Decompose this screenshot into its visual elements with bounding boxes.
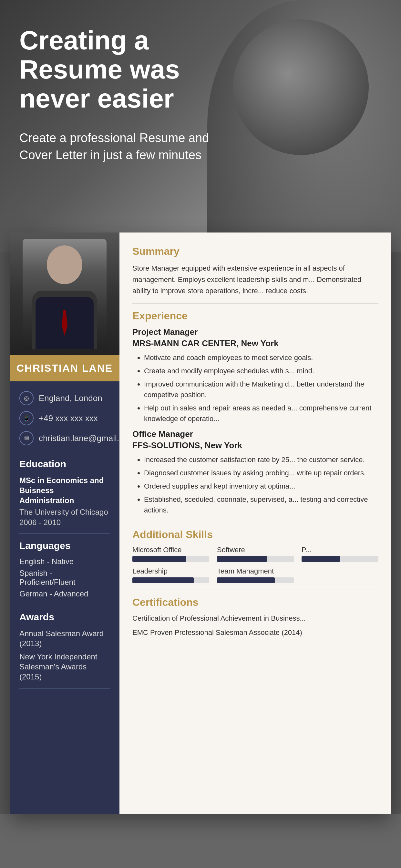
bottom-area <box>0 814 401 868</box>
award-1: Annual Salesman Award (2013) <box>19 628 110 648</box>
divider-2 <box>19 533 110 534</box>
skill-3: P... <box>302 546 378 562</box>
resume-preview: CHRISTIAN LANE ◎ England, London 📱 +49 x… <box>10 232 391 814</box>
skill-4-bar-fill <box>132 578 194 583</box>
job-2-title: Office Manager <box>132 429 378 439</box>
phone-icon: 📱 <box>19 411 34 425</box>
skill-3-label: P... <box>302 546 378 554</box>
contact-location: ◎ England, London <box>19 391 110 405</box>
bullet-item: Ordered supplies and kept inventory at o… <box>144 481 378 492</box>
skill-3-bar-fill <box>302 556 340 562</box>
edu-years: 2006 - 2010 <box>19 518 110 527</box>
certifications-heading: Certifications <box>132 596 378 609</box>
job-2: Office Manager FFS-SOLUTIONS, New York I… <box>132 429 378 516</box>
skill-5: Team Managment <box>217 567 294 583</box>
summary-text: Store Manager equipped with extensive ex… <box>132 262 378 297</box>
summary-section: Summary Store Manager equipped with exte… <box>132 245 378 297</box>
experience-heading: Experience <box>132 310 378 322</box>
photo-tie <box>62 310 67 336</box>
skill-2: Softwere <box>217 546 294 562</box>
skills-section: Additional Skills Microsoft Office Softw… <box>132 529 378 583</box>
certifications-section: Certifications Certification of Professi… <box>132 596 378 638</box>
skill-1-label: Microsoft Office <box>132 546 209 554</box>
resume-name: CHRISTIAN LANE <box>17 362 113 374</box>
summary-heading: Summary <box>132 245 378 257</box>
phone-text: +49 xxx xxx xxx <box>39 413 98 423</box>
contact-email: ✉ christian.lane@gmail.com <box>19 431 110 445</box>
name-bar: CHRISTIAN LANE <box>10 355 120 381</box>
skill-5-bar-bg <box>217 578 294 583</box>
skill-4-label: Leadership <box>132 567 209 576</box>
photo-silhouette <box>23 239 106 349</box>
location-icon: ◎ <box>19 391 34 405</box>
skill-2-label: Softwere <box>217 546 294 554</box>
job-2-company: FFS-SOLUTIONS, New York <box>132 440 378 451</box>
skill-3-bar-bg <box>302 556 378 562</box>
bullet-item: Create and modify employee schedules wit… <box>144 366 378 376</box>
photo-body <box>32 290 97 349</box>
education-section: Education MSc in Economics and Buisness … <box>19 459 110 527</box>
cert-2: EMC Proven Professional Salesman Associa… <box>132 628 378 638</box>
bullet-item: Established, sceduled, coorinate, superv… <box>144 494 378 516</box>
hero-section: Creating a Resume was never easier Creat… <box>0 0 401 252</box>
right-divider-1 <box>132 303 378 304</box>
skill-1-bar-fill <box>132 556 186 562</box>
hero-title: Creating a Resume was never easier <box>19 26 252 113</box>
skill-5-label: Team Managment <box>217 567 294 576</box>
experience-section: Experience Project Manager MRS-MANN CAR … <box>132 310 378 516</box>
divider-3 <box>19 605 110 605</box>
job-1-title: Project Manager <box>132 327 378 337</box>
job-1: Project Manager MRS-MANN CAR CENTER, New… <box>132 327 378 424</box>
bullet-item: Help out in sales and repair areas as ne… <box>144 403 378 424</box>
skill-5-bar-fill <box>217 578 275 583</box>
hero-subtitle: Create a professional Resume and Cover L… <box>19 129 239 164</box>
languages-section: Languages English - Native Spanish - Pro… <box>19 540 110 598</box>
location-text: England, London <box>39 393 102 403</box>
hero-building-circle <box>233 20 369 155</box>
lang-german: German - Advanced <box>19 589 110 598</box>
awards-heading: Awards <box>19 612 110 623</box>
lang-spanish: Spanish - Proficient/Fluent <box>19 569 110 587</box>
bullet-item: Improved communication with the Marketin… <box>144 379 378 400</box>
photo-head <box>47 245 82 284</box>
job-2-bullets: Increased the customer satisfaction rate… <box>132 454 378 516</box>
job-1-bullets: Motivate and coach employees to meet ser… <box>132 352 378 424</box>
email-icon: ✉ <box>19 431 34 445</box>
bullet-item: Increased the customer satisfaction rate… <box>144 454 378 465</box>
skill-4-bar-bg <box>132 578 209 583</box>
cert-1: Certification of Professional Achievemen… <box>132 614 378 624</box>
bullet-item: Motivate and coach employees to meet ser… <box>144 352 378 363</box>
resume-photo <box>10 232 120 355</box>
skills-heading: Additional Skills <box>132 529 378 540</box>
skills-grid: Microsoft Office Softwere P... <box>132 546 378 583</box>
right-divider-3 <box>132 590 378 590</box>
bullet-item: Diagnosed customer issues by asking prob… <box>144 468 378 478</box>
resume-left-panel: CHRISTIAN LANE ◎ England, London 📱 +49 x… <box>10 232 120 814</box>
skill-1-bar-bg <box>132 556 209 562</box>
skill-2-bar-bg <box>217 556 294 562</box>
left-content: ◎ England, London 📱 +49 xxx xxx xxx ✉ ch… <box>10 381 120 814</box>
education-heading: Education <box>19 459 110 469</box>
edu-school: The University of Chicago <box>19 507 110 517</box>
lang-english: English - Native <box>19 557 110 566</box>
edu-degree: MSc in Economics and Buisness Administra… <box>19 475 110 506</box>
awards-section: Awards Annual Salesman Award (2013) New … <box>19 612 110 682</box>
resume-right-panel: Summary Store Manager equipped with exte… <box>120 232 391 814</box>
right-divider-2 <box>132 522 378 522</box>
photo-suit <box>35 297 94 349</box>
contact-phone: 📱 +49 xxx xxx xxx <box>19 411 110 425</box>
job-1-company: MRS-MANN CAR CENTER, New York <box>132 338 378 348</box>
divider-1 <box>19 452 110 452</box>
award-2: New York Independent Salesman's Awards (… <box>19 652 110 682</box>
skill-4: Leadership <box>132 567 209 583</box>
languages-heading: Languages <box>19 540 110 551</box>
skill-2-bar-fill <box>217 556 267 562</box>
divider-4 <box>19 688 110 689</box>
skill-1: Microsoft Office <box>132 546 209 562</box>
